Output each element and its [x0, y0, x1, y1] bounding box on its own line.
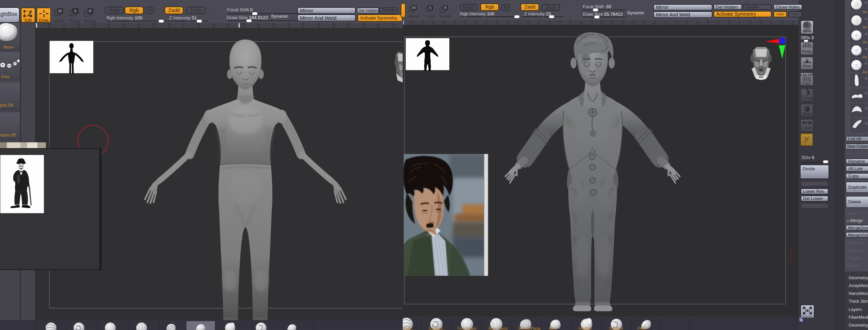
svg-text:bo: bo: [863, 55, 867, 59]
svg-text:Build...: Build...: [403, 327, 414, 330]
svg-text:S: S: [74, 9, 77, 14]
svg-text:Move: Move: [549, 327, 558, 330]
svg-text:Move Topolo: Move Topolo: [488, 327, 508, 330]
svg-text:Standard...: Standard...: [429, 327, 445, 330]
svg-text:Trim Dynami: Trim Dynami: [457, 327, 476, 330]
svg-text:MemberPlanar: MemberPlanar: [518, 327, 541, 330]
svg-text:R: R: [89, 9, 92, 14]
svg-text:bo: bo: [863, 25, 867, 29]
svg-text:M: M: [412, 5, 416, 10]
svg-text:R: R: [444, 5, 447, 10]
svg-text:bo: bo: [863, 70, 867, 74]
svg-text:S: S: [429, 5, 432, 10]
svg-text:Standard: Standard: [609, 327, 623, 330]
svg-text:Polish: Polish: [638, 327, 647, 330]
svg-text:bo: bo: [863, 40, 867, 44]
svg-text:InflatBall: InflatBall: [578, 327, 591, 330]
svg-text:M: M: [58, 9, 62, 14]
